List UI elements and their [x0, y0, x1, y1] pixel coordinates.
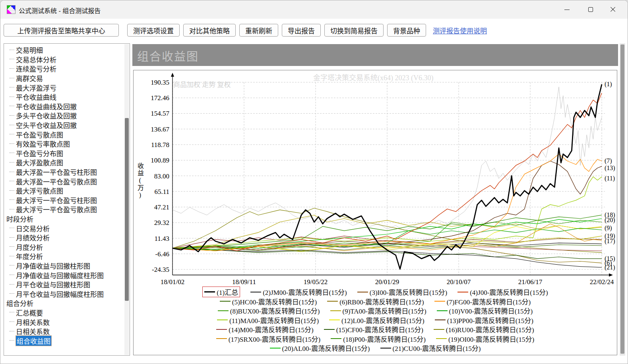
sidebar-item-label: 汇总概要 [16, 308, 43, 318]
sidebar-scrollbar-thumb[interactable] [125, 118, 129, 301]
report-help-link[interactable]: 测评报告使用说明 [433, 25, 487, 35]
legend-swatch [327, 301, 338, 302]
legend-item[interactable]: (19)OI00-震荡反转腾日(15分) [436, 334, 534, 344]
y-tick-label: -6.46 [155, 250, 169, 258]
legend-label: (2)JM00-震荡反转腾日(15分) [263, 287, 347, 297]
sidebar-item-23[interactable]: 月净值收益与回撤柱形图 [6, 261, 123, 271]
legend-item[interactable]: (4)J00-震荡反转腾日(15分) [457, 287, 548, 297]
sidebar-item-label: 最大浮盈一平仓盈亏散点图 [16, 176, 97, 186]
sidebar-item-22[interactable]: 年度分析 [6, 252, 123, 261]
main-scrollbar[interactable] [620, 43, 625, 356]
legend-item[interactable]: (6)RB00-震荡反转腾日(15分) [327, 296, 424, 306]
sidebar-item-28[interactable]: 汇总概要 [6, 308, 123, 318]
legend-item[interactable]: (1)汇总 [202, 287, 240, 297]
sidebar-item-30[interactable]: 日相关系数 [6, 327, 123, 336]
y-tick-label: 83.00 [154, 172, 169, 180]
legend-item[interactable]: (9)TA00-震荡反转腾日(15分) [330, 306, 426, 316]
sidebar-item-29[interactable]: 月相关系数 [6, 317, 123, 327]
sidebar-item-4[interactable]: 最大浮盈浮亏 [6, 83, 123, 92]
toolbar-button-4[interactable]: 导出报告 [282, 24, 321, 37]
y-tick-label: 172.46 [151, 94, 169, 102]
sidebar-item-15[interactable]: 最大浮亏散点图 [6, 186, 123, 196]
main-scrollbar-thumb[interactable] [620, 45, 624, 354]
sidebar-item-0[interactable]: 交易明细 [6, 45, 123, 55]
sidebar-item-31[interactable]: 组合收益图 [6, 336, 123, 345]
legend-item[interactable]: (11)MA00-震荡反转腾日(15分) [217, 315, 319, 325]
toolbar-button-2[interactable]: 对比其他策略 [183, 24, 236, 37]
legend-item[interactable]: (20)AL00-震荡反转腾日(15分) [270, 343, 370, 353]
x-tick-label: 18/09/11 [232, 278, 256, 286]
sidebar-item-1[interactable]: 交易总体分析 [6, 55, 123, 64]
sidebar-item-19[interactable]: 日交易分析 [6, 223, 123, 233]
sidebar-item-label: 最大浮盈一平仓盈亏柱形图 [16, 167, 97, 177]
legend-item[interactable]: (17)SRX00-震荡反转腾日(15分) [216, 334, 320, 344]
legend-item[interactable]: (18)P00-震荡反转腾日(15分) [331, 334, 426, 344]
sidebar-item-label: 月平仓收益与回撤柱形图 [16, 279, 90, 289]
window-title: 公式测试系统 - 组合测试报告 [19, 6, 101, 15]
minimize-button[interactable] [558, 4, 576, 15]
legend-item[interactable]: (15)CF00-震荡反转腾日(15分) [324, 324, 423, 334]
legend-label: (9)TA00-震荡反转腾日(15分) [343, 306, 426, 316]
sidebar-item-6[interactable]: 平仓收益曲线及回撤 [6, 102, 123, 111]
toolbar-button-6[interactable]: 背景品种 [387, 24, 426, 37]
sidebar-item-11[interactable]: 平仓盈亏分布图 [6, 149, 123, 158]
sidebar-item-label: 组合分析 [6, 298, 33, 308]
y-tick-label: -24.35 [152, 266, 169, 273]
sidebar-item-8[interactable]: 空头平仓收益及回撤 [6, 120, 123, 130]
y-tick-label: 154.57 [151, 110, 169, 117]
sidebar-item-label: 有效盈亏率散点图 [16, 139, 70, 149]
sidebar-item-13[interactable]: 最大浮盈一平仓盈亏柱形图 [6, 167, 123, 177]
sidebar-item-5[interactable]: 平仓收益曲线 [6, 92, 123, 102]
sidebar-item-24[interactable]: 月净值收益与回撤幅度柱形图 [6, 270, 123, 280]
sidebar-item-label: 平仓盈亏散点图 [16, 130, 63, 139]
chart-area: 金字塔决策交易系统(x64) 2023 (V6.30) 商品加权 走势 复权 收… [133, 70, 617, 355]
legend-item[interactable]: (21)CU00-震荡反转腾日(15分) [380, 343, 481, 353]
sidebar-item-14[interactable]: 最大浮盈一平仓盈亏散点图 [6, 176, 123, 186]
sidebar-item-18[interactable]: 时段分析 [6, 214, 123, 224]
sidebar-item-27[interactable]: 组合分析 [6, 298, 123, 308]
sidebar-item-2[interactable]: 连续盈亏分析 [6, 64, 123, 74]
legend-item[interactable]: (13)PP00-震荡反转腾日(15分) [435, 315, 533, 325]
sidebar-item-17[interactable]: 最大浮亏一平仓盈亏散点图 [6, 205, 123, 214]
sidebar-item-25[interactable]: 月平仓收益与回撤柱形图 [6, 280, 123, 289]
sidebar-item-20[interactable]: 月绩效分析 [6, 233, 123, 242]
legend-item[interactable]: (2)JM00-震荡反转腾日(15分) [250, 287, 347, 297]
sidebar-item-16[interactable]: 最大浮亏一平仓盈亏柱形图 [6, 196, 123, 205]
legend-label: (5)HC00-震荡反转腾日(15分) [232, 296, 317, 306]
series-end-label: (21) [605, 264, 615, 271]
close-button[interactable] [604, 4, 622, 15]
legend-item[interactable]: (14)M00-震荡反转腾日(15分) [216, 324, 313, 334]
sidebar-item-label: 最大浮亏一平仓盈亏散点图 [16, 204, 97, 214]
sidebar-item-21[interactable]: 月度分析 [6, 242, 123, 252]
legend-item[interactable]: (12)L00-震荡反转腾日(15分) [329, 315, 424, 325]
sidebar-item-7[interactable]: 多头平仓收益及回撤 [6, 111, 123, 120]
sidebar-item-label: 日交易分析 [16, 223, 50, 233]
sidebar-item-label: 月平仓收益与回撤幅度柱形图 [16, 289, 104, 299]
legend-row-1: (5)HC00-震荡反转腾日(15分)(6)RB00-震荡反转腾日(15分)(7… [220, 297, 531, 306]
sidebar-item-26[interactable]: 月平仓收益与回撤幅度柱形图 [6, 289, 123, 298]
series-end-label: (7) [605, 157, 612, 165]
sidebar-item-label: 最大浮盈散点图 [16, 157, 63, 167]
legend-item[interactable]: (5)HC00-震荡反转腾日(15分) [220, 296, 317, 306]
sidebar-item-12[interactable]: 最大浮盈散点图 [6, 158, 123, 167]
legend-row-0: (1)汇总(2)JM00-震荡反转腾日(15分)(3)I00-震荡反转腾日(15… [202, 287, 548, 297]
sidebar-item-10[interactable]: 有效盈亏率散点图 [6, 139, 123, 149]
sidebar-item-label: 交易总体分析 [16, 54, 56, 64]
legend-item[interactable]: (10)V00-震荡反转腾日(15分) [437, 306, 533, 316]
legend-item[interactable]: (3)I00-震荡反转腾日(15分) [357, 287, 447, 297]
sidebar-item-9[interactable]: 平仓盈亏散点图 [6, 130, 123, 139]
legend-item[interactable]: (16)RU00-震荡反转腾日(15分) [434, 324, 534, 334]
maximize-button[interactable] [581, 4, 600, 15]
legend-swatch [220, 301, 231, 302]
legend-item[interactable]: (7)FG00-震荡反转腾日(15分) [434, 296, 531, 306]
legend-label: (1)汇总 [217, 287, 238, 297]
toolbar-button-0[interactable]: 上传测评报告至策略共享中心 [4, 24, 119, 37]
toolbar-button-3[interactable]: 重新刷新 [239, 24, 278, 37]
sidebar-item-3[interactable]: 离群交易 [6, 74, 123, 83]
legend-label: (17)SRX00-震荡反转腾日(15分) [229, 334, 320, 344]
legend-item[interactable]: (8)BUX00-震荡反转腾日(15分) [218, 306, 320, 316]
toolbar-button-1[interactable]: 测评选项设置 [127, 24, 180, 37]
legend-swatch [218, 310, 229, 311]
sidebar-scrollbar[interactable] [124, 44, 129, 355]
toolbar-button-5[interactable]: 切换到简易报告 [324, 24, 384, 37]
